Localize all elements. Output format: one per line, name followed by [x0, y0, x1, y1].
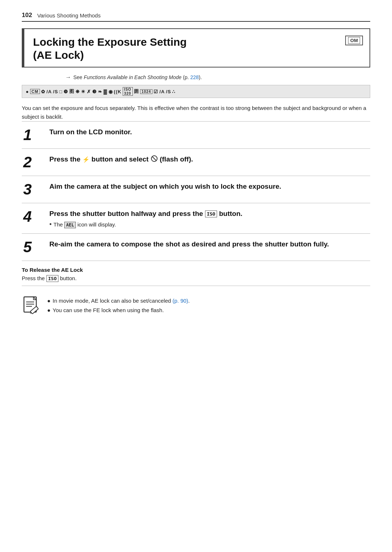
- note-bullets: ● In movie mode, AE lock can also be set…: [47, 296, 190, 315]
- note-bullet-1: ● In movie mode, AE lock can also be set…: [47, 296, 190, 306]
- step-main-2: Press the ⚡ button and select (flash off…: [49, 155, 367, 164]
- chapter-box: Locking the Exposure Setting (AE Lock) O…: [22, 28, 370, 68]
- step-content-4: Press the shutter button halfway and pre…: [48, 203, 370, 234]
- lightning-icon: ⚡: [82, 156, 90, 163]
- release-text: Press the ISO button.: [22, 275, 370, 282]
- steps-table: 1 Turn on the LCD monitor. 2 Press the ⚡…: [22, 121, 370, 261]
- header-bar: 102 Various Shooting Methods: [22, 12, 370, 22]
- step-row-5: 5 Re-aim the camera to compose the shot …: [22, 233, 370, 261]
- step-row-2: 2 Press the ⚡ button and select (flash o…: [22, 149, 370, 176]
- arrow-icon: →: [65, 74, 71, 81]
- step-main-1: Turn on the LCD monitor.: [49, 127, 367, 137]
- step-bullet-4: • The AEL icon will display.: [49, 221, 367, 228]
- step-number-2: 2: [23, 154, 32, 171]
- bullet-dot: •: [49, 221, 52, 228]
- page: 102 Various Shooting Methods Locking the…: [0, 0, 392, 552]
- note-box: ● In movie mode, AE lock can also be set…: [22, 293, 370, 315]
- note-link-1[interactable]: (p. 90): [172, 298, 188, 304]
- step-num-cell-2: 2: [22, 149, 48, 176]
- note-bullet-2: ● You can use the FE lock when using the…: [47, 306, 190, 315]
- step-number-1: 1: [23, 126, 32, 143]
- page-number: 102: [22, 12, 32, 19]
- step-row-4: 4 Press the shutter button halfway and p…: [22, 203, 370, 234]
- step-main-4: Press the shutter button halfway and pre…: [49, 209, 367, 218]
- svg-line-1: [152, 156, 156, 161]
- chapter-title: Locking the Exposure Setting (AE Lock): [33, 36, 361, 62]
- step-number-3: 3: [23, 181, 32, 198]
- mode-icons-bar: ● CM ✿ /A /S □ ❾ 图 ❋ ☀ ✗ ❸ ❧ ▓ ◉ ((K ISO…: [22, 85, 370, 98]
- see-also: → See Functions Available in Each Shooti…: [65, 74, 370, 81]
- step-number-4: 4: [23, 208, 32, 225]
- step-row-1: 1 Turn on the LCD monitor.: [22, 122, 370, 149]
- iso-box-release: ISO: [46, 275, 58, 282]
- ael-icon: AEL: [64, 222, 76, 228]
- release-section: To Release the AE Lock Press the ISO but…: [22, 267, 370, 286]
- intro-text: You can set the exposure and focus separ…: [22, 104, 370, 121]
- step-num-cell-5: 5: [22, 233, 48, 261]
- step-main-3: Aim the camera at the subject on which y…: [49, 182, 367, 191]
- iso-button-icon: ISO: [205, 210, 217, 217]
- step-number-5: 5: [23, 238, 32, 255]
- step-content-5: Re-aim the camera to compose the shot as…: [48, 233, 370, 261]
- step-content-2: Press the ⚡ button and select (flash off…: [48, 149, 370, 176]
- step-num-cell-4: 4: [22, 203, 48, 234]
- step-content-1: Turn on the LCD monitor.: [48, 122, 370, 149]
- step-main-5: Re-aim the camera to compose the shot as…: [49, 240, 367, 249]
- release-title: To Release the AE Lock: [22, 267, 370, 273]
- step-row-3: 3 Aim the camera at the subject on which…: [22, 176, 370, 203]
- flash-off-icon: [151, 155, 158, 165]
- section-title: Various Shooting Methods: [37, 12, 101, 19]
- step-content-3: Aim the camera at the subject on which y…: [48, 176, 370, 203]
- step-num-cell-1: 1: [22, 122, 48, 149]
- om-icon: OM: [345, 36, 363, 45]
- note-bullet-dot-1: ●: [47, 296, 50, 306]
- note-icon: [22, 296, 41, 315]
- step-num-cell-3: 3: [22, 176, 48, 203]
- note-bullet-dot-2: ●: [47, 306, 50, 315]
